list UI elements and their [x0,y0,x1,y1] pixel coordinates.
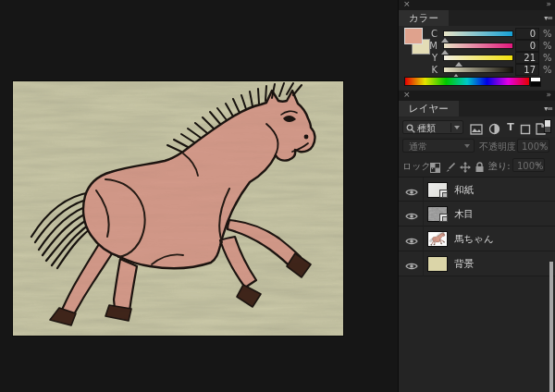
document-image [13,81,343,336]
slider-row-k: K 17 % [399,65,555,77]
lock-all-icon[interactable] [475,159,485,177]
close-icon[interactable]: × [403,90,411,100]
application-window: × » カラー ▾≡ C 0 % M [0,0,555,392]
layer-thumbnail[interactable] [427,256,448,272]
blend-mode-value: 通常 [409,141,427,153]
lock-label: ロック: [402,160,434,173]
panel-dock: × » カラー ▾≡ C 0 % M [398,0,555,392]
chevron-down-icon [536,164,541,167]
foreground-color-swatch[interactable] [404,28,423,44]
filter-adjustment-layers-icon[interactable] [487,121,501,134]
collapse-panel-icon[interactable]: » [546,90,551,100]
filter-type-layers-icon[interactable]: T [503,121,518,134]
slider-track-k[interactable] [443,67,513,73]
fill-label: 塗り: [488,160,511,173]
color-tabbar: カラー ▾≡ [399,10,555,26]
layer-row-washi[interactable]: 和紙 [399,177,555,202]
divider [423,178,424,202]
close-icon[interactable]: × [403,0,411,9]
color-spectrum-ramp[interactable] [404,77,530,86]
color-panel-body: C 0 % M 0 % Y [399,26,555,90]
unit-label-c: % [543,29,552,39]
layer-filter-kind-dropdown[interactable]: 種類 [402,120,463,134]
fill-dropdown[interactable]: 100% [512,158,545,172]
tab-layers[interactable]: レイヤー [399,101,459,116]
unit-label-m: % [543,41,552,51]
opacity-dropdown[interactable]: 100% [517,139,549,153]
divider [423,227,424,251]
color-group-header: × » [399,0,555,10]
layers-group-header: × » [399,91,555,101]
kind-filter-label: 種類 [417,122,436,134]
layer-name[interactable]: 背景 [454,258,474,271]
black-swatch[interactable] [530,81,541,87]
divider [423,202,424,227]
chevron-down-icon [464,144,470,148]
toggle-on-half [545,120,550,127]
color-panel-group: × » カラー ▾≡ C 0 % M [399,0,555,90]
slider-value-k[interactable]: 17 [515,64,539,76]
slider-value-c[interactable]: 0 [515,28,539,40]
search-icon [406,124,415,133]
blend-mode-dropdown[interactable]: 通常 [402,139,475,153]
layer-thumbnail[interactable] [427,231,448,247]
smart-object-badge-icon [439,190,448,198]
layer-filter-row: 種類 T [399,117,555,137]
slider-track-c[interactable] [443,31,513,37]
filter-pixel-layers-icon[interactable] [469,121,484,134]
lock-position-move-icon[interactable] [460,159,471,177]
lock-transparency-icon[interactable] [430,159,440,177]
divider [450,123,451,132]
document-canvas[interactable] [13,81,343,336]
layers-panel-group: × » レイヤー ▾≡ 種類 [399,91,555,392]
chevron-down-icon [454,126,460,129]
visibility-eye-icon[interactable] [405,233,418,244]
lock-pixels-brush-icon[interactable] [445,159,456,177]
collapse-panel-icon[interactable]: » [546,0,551,9]
slider-value-y[interactable]: 21 [515,52,539,64]
layer-row-mokume[interactable]: 木目 [399,202,555,227]
layer-name[interactable]: 馬ちゃん [454,233,494,246]
layer-name[interactable]: 木目 [454,208,474,221]
slider-track-m[interactable] [443,43,513,49]
layer-thumbnail[interactable] [427,182,448,198]
slider-value-m[interactable]: 0 [515,40,539,52]
visibility-eye-icon[interactable] [405,208,418,219]
panel-menu-icon[interactable]: ▾≡ [544,104,552,113]
divider [423,251,424,276]
layer-filter-toggle[interactable] [544,119,551,133]
blend-mode-row: 通常 不透明度: 100% [399,138,555,156]
slider-label-k: K [426,65,438,75]
unit-label-k: % [543,65,552,75]
layer-thumbnail[interactable] [427,206,448,222]
lock-row: ロック: 塗り: 100% [399,157,555,176]
slider-label-c: C [426,29,438,39]
panel-menu-icon[interactable]: ▾≡ [544,14,552,22]
layer-row-uma[interactable]: 馬ちゃん [399,227,555,251]
visibility-eye-icon[interactable] [405,258,418,269]
tab-color[interactable]: カラー [399,10,449,26]
layer-row-haikei[interactable]: 背景 [399,251,555,276]
window-edge [549,262,553,392]
canvas-workspace [0,0,398,392]
layers-tabbar: レイヤー ▾≡ [399,101,555,116]
layer-name[interactable]: 和紙 [454,184,474,197]
opacity-label: 不透明度: [479,141,519,153]
visibility-eye-icon[interactable] [405,184,418,195]
slider-track-y[interactable] [443,55,513,61]
unit-label-y: % [543,53,552,63]
filter-shape-layers-icon[interactable] [518,121,533,134]
chevron-down-icon [540,144,546,148]
smart-object-badge-icon [439,214,448,222]
